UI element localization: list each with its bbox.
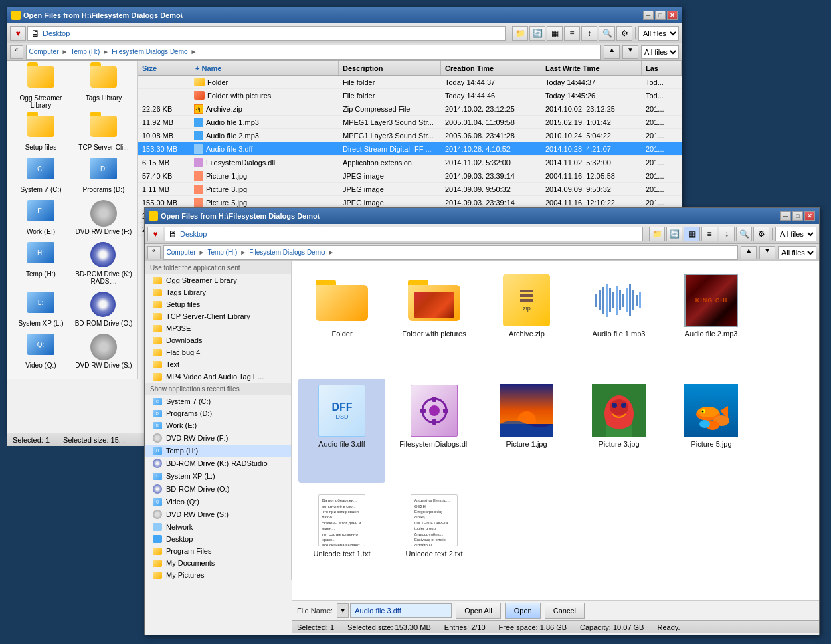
bc-temp-1[interactable]: Temp (H:) bbox=[70, 48, 100, 56]
sidebar-item-desktop[interactable]: Desktop bbox=[145, 533, 291, 545]
allfiles-dropdown-1[interactable]: All files bbox=[641, 45, 679, 59]
filename-dropdown-btn[interactable]: ▼ bbox=[337, 603, 349, 618]
allfiles-dropdown-2[interactable]: All files bbox=[778, 246, 816, 259]
row-folder-pic-1[interactable]: Folder with pictures File folder Today 1… bbox=[138, 89, 682, 102]
breadcrumb-desktop-2[interactable]: Desktop bbox=[180, 230, 207, 238]
shortcut-f[interactable]: DVD RW Drive (F:) bbox=[73, 197, 134, 238]
shortcut-h[interactable]: H: Temp (H:) bbox=[10, 239, 72, 288]
row-archive-1[interactable]: 22.26 KB zip Archive.zip Zip Compressed … bbox=[138, 102, 682, 116]
shortcut-e[interactable]: E: Work (E:) bbox=[10, 197, 72, 238]
icon-archive[interactable]: zip Archive.zip bbox=[483, 268, 570, 373]
shortcut-s[interactable]: DVD RW Drive (S:) bbox=[73, 331, 134, 372]
sidebar-item-network[interactable]: Network bbox=[145, 521, 291, 533]
sidebar-item-setup[interactable]: Setup files bbox=[145, 298, 291, 310]
icon-pic1[interactable]: Picture 1.jpg bbox=[483, 379, 570, 484]
sidebar-item-dvdf[interactable]: DVD RW Drive (F:) bbox=[145, 431, 291, 445]
view-large-btn[interactable]: ▦ bbox=[684, 227, 700, 241]
up-btn-2[interactable]: ▲ bbox=[741, 246, 757, 259]
sidebar-item-dvds[interactable]: DVD RW Drive (S:) bbox=[145, 508, 291, 521]
row-mp3-2[interactable]: 10.08 MB Audio file 2.mp3 MPEG1 Layer3 S… bbox=[138, 129, 682, 142]
filename-input[interactable] bbox=[350, 603, 452, 618]
icon-dff[interactable]: DFF DSD Audio file 3.dff bbox=[298, 379, 385, 484]
row-pic3-1[interactable]: 1.11 MB Picture 3.jpg JPEG image 2014.09… bbox=[138, 183, 682, 196]
breadcrumb-desktop[interactable]: Desktop bbox=[43, 29, 70, 37]
sidebar-item-worke[interactable]: E Work (E:) bbox=[145, 419, 291, 431]
down-btn-2[interactable]: ▼ bbox=[759, 246, 775, 259]
settings-btn[interactable]: ⚙ bbox=[616, 26, 632, 41]
maximize-btn-1[interactable]: □ bbox=[655, 11, 666, 20]
shortcut-ogg[interactable]: Ogg Streamer Library bbox=[10, 64, 72, 112]
col-size[interactable]: Size bbox=[138, 61, 191, 75]
cancel-btn[interactable]: Cancel bbox=[545, 603, 585, 619]
open-btn[interactable]: Open bbox=[505, 603, 541, 619]
bc-computer-1[interactable]: Computer bbox=[29, 48, 59, 56]
sidebar-item-ogg[interactable]: Ogg Streamer Library bbox=[145, 274, 291, 286]
icon-txt1[interactable]: Да вот обнаружи... воткнул её в сво... ч… bbox=[298, 488, 385, 593]
sidebar-item-progd[interactable]: D Programs (D:) bbox=[145, 407, 291, 419]
bc-fsdem-2[interactable]: Filesystem Dialogs Demo bbox=[249, 249, 325, 256]
bc-computer-2[interactable]: Computer bbox=[167, 249, 196, 256]
back-btn-2[interactable]: « bbox=[147, 246, 161, 259]
shortcut-d[interactable]: D: Programs (D:) bbox=[73, 155, 134, 196]
shortcut-l[interactable]: L: System XP (L:) bbox=[10, 289, 72, 330]
shortcut-tags[interactable]: Tags Library bbox=[73, 64, 134, 112]
sort-btn-2[interactable]: ↕ bbox=[719, 227, 735, 241]
path-bar-2[interactable]: Computer ► Temp (H:) ► Filesystem Dialog… bbox=[163, 245, 739, 260]
close-btn-1[interactable]: ✕ bbox=[667, 11, 678, 20]
sidebar-item-sysc[interactable]: C System 7 (C:) bbox=[145, 395, 291, 407]
sidebar-item-mp4[interactable]: MP4 Video And Audio Tag E... bbox=[145, 370, 291, 383]
bc-temp-2[interactable]: Temp (H:) bbox=[207, 249, 237, 256]
icon-audio1[interactable]: Audio file 1.mp3 bbox=[575, 268, 662, 373]
row-folder-1[interactable]: Folder File folder Today 14:44:37 Today … bbox=[138, 76, 682, 89]
heart-btn[interactable]: ♥ bbox=[10, 26, 26, 41]
row-mp3-1[interactable]: 11.92 MB Audio file 1.mp3 MPEG1 Layer3 S… bbox=[138, 116, 682, 129]
refresh-btn-2[interactable]: 🔄 bbox=[666, 227, 682, 241]
down-btn-1[interactable]: ▼ bbox=[622, 45, 638, 59]
sidebar-item-text[interactable]: Text bbox=[145, 358, 291, 370]
shortcut-k[interactable]: BD-ROM Drive (K:) RADSt... bbox=[73, 239, 134, 288]
filter-dropdown-1[interactable]: All files bbox=[638, 26, 679, 41]
sidebar-item-vidq[interactable]: Q Video (Q:) bbox=[145, 496, 291, 508]
maximize-btn-2[interactable]: □ bbox=[792, 211, 803, 221]
minimize-btn-2[interactable]: ─ bbox=[780, 211, 791, 221]
sidebar-item-mp3se[interactable]: MP3SE bbox=[145, 322, 291, 334]
sort-btn[interactable]: ↕ bbox=[581, 26, 597, 41]
minimize-btn-1[interactable]: ─ bbox=[643, 11, 654, 20]
shortcut-tcp[interactable]: TCP Server-Cli... bbox=[73, 113, 134, 154]
sidebar-item-mydocs[interactable]: My Documents bbox=[145, 557, 291, 569]
sidebar-item-tags[interactable]: Tags Library bbox=[145, 286, 291, 298]
icon-folder-pic[interactable]: Folder with pictures bbox=[391, 268, 478, 373]
icon-pic3[interactable]: Picture 3.jpg bbox=[575, 379, 662, 484]
col-created[interactable]: Creation Time bbox=[441, 61, 541, 75]
icon-pic5[interactable]: Picture 5.jpg bbox=[668, 379, 755, 484]
address-bar-1[interactable]: 🖥 Desktop bbox=[27, 26, 506, 41]
bc-fsdem-1[interactable]: Filesystem Dialogs Demo bbox=[112, 48, 187, 56]
close-btn-2[interactable]: ✕ bbox=[804, 211, 815, 221]
search-btn[interactable]: 🔍 bbox=[599, 26, 615, 41]
icon-dll[interactable]: FilesystemDialogs.dll bbox=[391, 379, 478, 484]
row-dff-1[interactable]: 153.30 MB Audio file 3.dff Direct Stream… bbox=[138, 142, 682, 156]
heart-btn-2[interactable]: ♥ bbox=[147, 227, 163, 241]
folder-btn-2[interactable]: 📁 bbox=[649, 227, 665, 241]
sidebar-item-tcp[interactable]: TCP Server-Client Library bbox=[145, 310, 291, 322]
col-desc[interactable]: Description bbox=[339, 61, 441, 75]
address-bar-2[interactable]: 🖥 Desktop bbox=[165, 227, 643, 241]
settings-btn-2[interactable]: ⚙ bbox=[753, 227, 769, 241]
shortcut-c[interactable]: C: System 7 (C:) bbox=[10, 155, 72, 196]
back-btn-1[interactable]: « bbox=[10, 45, 23, 59]
sidebar-item-mypics[interactable]: My Pictures bbox=[145, 569, 291, 580]
folder-btn[interactable]: 📁 bbox=[512, 26, 528, 41]
icon-txt2[interactable]: Απαιτείται Επιχείρ... ΘΕΣΗ: Επιχειρησιακ… bbox=[391, 488, 478, 593]
sidebar-item-temph[interactable]: H Temp (H:) bbox=[145, 445, 291, 457]
sidebar-item-bdo[interactable]: BD-ROM Drive (O:) bbox=[145, 482, 291, 496]
up-btn-1[interactable]: ▲ bbox=[604, 45, 620, 59]
icon-audio2[interactable]: KING CHI Audio file 2.mp3 bbox=[668, 268, 755, 373]
view-btn1[interactable]: ▦ bbox=[547, 26, 563, 41]
sidebar-item-downloads[interactable]: Downloads bbox=[145, 334, 291, 346]
col-modified[interactable]: Last Write Time bbox=[541, 61, 642, 75]
sidebar-item-sysl[interactable]: L System XP (L:) bbox=[145, 470, 291, 482]
sidebar-item-bdk[interactable]: BD-ROM Drive (K:) RADStudio bbox=[145, 457, 291, 470]
open-all-btn[interactable]: Open All bbox=[456, 603, 501, 619]
col-last[interactable]: Las bbox=[642, 61, 682, 75]
path-bar-1[interactable]: Computer ► Temp (H:) ► Filesystem Dialog… bbox=[26, 45, 602, 60]
